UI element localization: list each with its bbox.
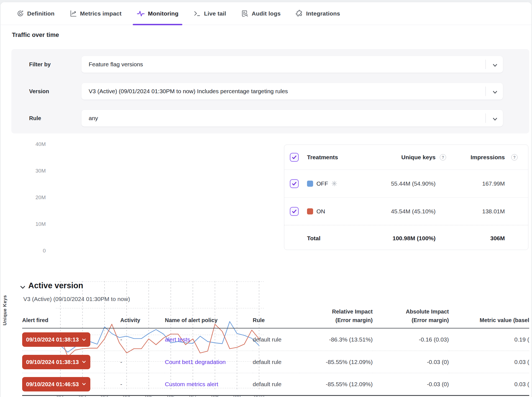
definition-icon: [17, 10, 24, 17]
integrations-icon: [296, 10, 303, 17]
alerts-column-header: Relative Impact (Error margin): [299, 305, 373, 328]
tab-integrations[interactable]: Integrations: [292, 2, 344, 25]
tab-audit-logs[interactable]: Audit logs: [237, 2, 285, 25]
active-version-subtitle: V3 (Active) (09/10/2024 01:30PM to now): [23, 296, 130, 302]
treatment-checkbox[interactable]: [290, 179, 299, 188]
y-tick-label: 40M: [24, 141, 46, 147]
alerts-column-header: Absolute Impact (Error margin): [373, 305, 449, 328]
select-divider: [485, 113, 486, 123]
page-title: Traffic over time: [12, 31, 59, 39]
alert-policy-link[interactable]: Count bet1 degradation: [165, 359, 226, 365]
alerts-table: Alert firedActivityName of alert policyR…: [22, 305, 529, 396]
alerts-column-header: Name of alert policy: [165, 305, 253, 328]
alert-fired-badge[interactable]: 09/10/2024 01:46:53: [22, 377, 90, 391]
tab-label: Definition: [27, 10, 55, 17]
treatment-impressions: 138.01M: [482, 208, 505, 215]
treatment-color-swatch: [307, 208, 313, 214]
treatment-unique-keys: 55.44M (54.90%): [391, 180, 436, 187]
filter-row-filter-by: Filter by Feature flag versions: [11, 56, 529, 73]
alert-rule: default rule: [253, 336, 282, 343]
alert-activity: -: [120, 359, 122, 365]
impressions-help-icon[interactable]: ?: [511, 154, 518, 160]
treatment-checkbox[interactable]: [290, 153, 299, 162]
alert-fired-badge[interactable]: 09/10/2024 01:38:13: [22, 332, 90, 347]
alert-table-cell: -0.16 (0.03): [373, 328, 449, 351]
y-axis-title: Unique Keys: [2, 293, 10, 298]
tab-label: Monitoring: [148, 10, 178, 17]
alert-table-cell: default rule: [253, 351, 299, 373]
treatment-name: OFF: [316, 180, 328, 187]
alert-table-cell: 09/10/2024 01:38:13: [22, 351, 120, 373]
alert-fired-time: 09/10/2024 01:38:13: [26, 359, 79, 365]
alert-fired-badge[interactable]: 09/10/2024 01:38:13: [22, 355, 90, 369]
select-value: any: [81, 115, 98, 122]
alert-table-cell: 0.03 (: [449, 351, 529, 373]
tab-live-tail[interactable]: Live tail: [190, 2, 230, 25]
version-select[interactable]: V3 (Active) (09/01/2024 01:30PM to now) …: [81, 83, 503, 100]
alert-activity: -: [120, 381, 122, 388]
rule-select[interactable]: any: [81, 110, 503, 127]
alert-relative-impact: -86.3% (13.51%): [329, 336, 373, 343]
treatment-row-on: ON 45.54M (45.10%) 138.01M: [284, 197, 528, 225]
impressions-header: Impressions: [470, 154, 505, 161]
total-unique-keys: 100.98M (100%): [393, 235, 436, 242]
alert-fired-time: 09/10/2024 01:46:53: [26, 381, 79, 388]
tab-label: Metrics impact: [80, 10, 122, 17]
alert-table-cell: -85.55% (12.09%): [299, 351, 373, 373]
alert-activity: -: [120, 336, 122, 343]
alerts-column-header: Metric value (basel: [449, 305, 529, 328]
live-tail-icon: [193, 10, 201, 17]
y-tick-label: 0: [24, 248, 46, 254]
alert-table-cell: default rule: [253, 373, 299, 395]
active-version-title: Active version: [28, 281, 83, 290]
filter-panel: Filter by Feature flag versions Version …: [11, 49, 529, 133]
select-value: V3 (Active) (09/01/2024 01:30PM to now) …: [81, 88, 288, 95]
filter-label: Rule: [29, 110, 41, 127]
tab-label: Audit logs: [252, 10, 281, 17]
total-impressions: 306M: [490, 235, 505, 242]
filter-row-version: Version V3 (Active) (09/01/2024 01:30PM …: [11, 83, 529, 100]
alert-fired-time: 09/10/2024 01:38:13: [26, 336, 79, 343]
alert-absolute-impact: -0.03 (0): [427, 359, 449, 365]
select-divider: [485, 87, 486, 96]
tab-metrics-impact[interactable]: Metrics impact: [66, 2, 126, 25]
metrics-impact-icon: [70, 10, 77, 17]
alert-rule: default rule: [253, 381, 282, 388]
alert-table-cell: 09/10/2024 01:46:53: [22, 373, 120, 395]
total-label: Total: [307, 235, 321, 242]
alert-table-cell: alert tests: [165, 328, 253, 351]
active-version-collapse-chevron-icon[interactable]: [20, 285, 25, 290]
alerts-column-header: Activity: [120, 305, 165, 328]
alert-table-cell: 09/10/2024 01:38:13: [22, 328, 120, 351]
alert-table-cell: Count bet1 degradation: [165, 351, 253, 373]
chevron-down-icon: [493, 117, 497, 122]
treatment-color-swatch: [307, 181, 313, 187]
alert-table-cell: 0.03 (: [449, 373, 529, 395]
alert-metric-value: 0.03 (: [514, 359, 529, 365]
y-tick-label: 20M: [24, 194, 46, 201]
alert-table-cell: -: [120, 351, 165, 373]
alert-policy-link[interactable]: alert tests: [165, 336, 190, 343]
active-tab-underline: [133, 24, 182, 25]
tab-definition[interactable]: Definition: [13, 2, 58, 25]
tab-label: Integrations: [306, 10, 340, 17]
alert-table-cell: Custom metrics alert: [165, 373, 253, 395]
y-tick-label: 30M: [24, 168, 46, 174]
filter-label: Filter by: [29, 56, 51, 73]
treatment-impressions: 167.99M: [482, 180, 505, 187]
treatment-row-off: OFF 55.44M (54.90%) 167.99M: [284, 170, 528, 197]
tab-monitoring[interactable]: Monitoring: [133, 2, 182, 25]
select-value: Feature flag versions: [81, 61, 143, 68]
unique-keys-help-icon[interactable]: ?: [440, 154, 446, 160]
alert-policy-link[interactable]: Custom metrics alert: [165, 381, 218, 388]
filter-by-select[interactable]: Feature flag versions: [81, 56, 503, 73]
treatment-unique-keys: 45.54M (45.10%): [391, 208, 436, 215]
filter-label: Version: [29, 83, 49, 100]
alert-metric-value: 0.19 (: [514, 336, 529, 343]
alert-table-cell: 0.19 (: [449, 328, 529, 351]
default-treatment-star-icon: [331, 181, 337, 186]
chevron-down-icon: [493, 90, 497, 95]
alerts-column-header: Rule: [253, 305, 299, 328]
treatment-checkbox[interactable]: [290, 207, 299, 216]
alert-table-cell: -0.03 (0): [373, 351, 449, 373]
